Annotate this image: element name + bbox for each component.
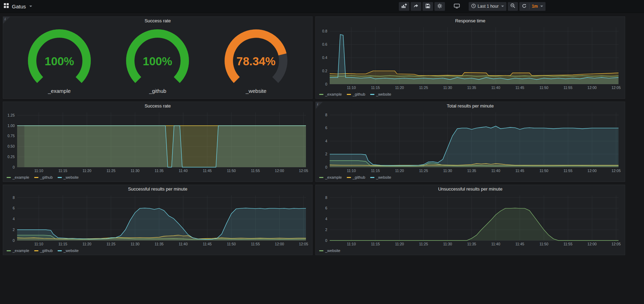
dashboard-title[interactable]: Gatus [12,3,26,9]
refresh-picker[interactable]: 1m [519,2,546,11]
panel-title[interactable]: Success rate [3,102,312,110]
legend-label: _website [64,249,79,253]
legend-item-_website[interactable]: _website [319,249,340,253]
panel-title[interactable]: Total results per minute [316,102,625,110]
share-icon [413,3,419,10]
x-tick-label: 11:40 [179,242,188,246]
x-tick-label: 11:50 [227,242,236,246]
legend-item-_example[interactable]: _example [319,175,342,179]
info-glyph: i [5,17,6,21]
legend-item-_github[interactable]: _github [34,175,53,179]
y-tick-label: 8 [13,195,15,200]
legend-marker [58,250,62,251]
success-rate-chart[interactable]: 00.250.500.751.001.2511:1011:1511:2011:2… [5,110,311,174]
x-tick-label: 11:20 [82,242,92,246]
zoom-out-button[interactable] [508,2,518,11]
chart-canvas[interactable]: 0246811:1011:1511:2011:2511:3011:3511:40… [5,193,311,247]
legend-marker [319,177,323,178]
x-tick-label: 11:25 [419,169,428,173]
x-tick-label: 11:45 [515,242,525,246]
y-tick-label: 0.6 [322,42,327,46]
legend-label: _github [40,175,53,179]
time-range-picker[interactable]: Last 1 hour [469,2,506,11]
unsuccessful-results-chart[interactable]: 0246811:1011:1511:2011:2511:3011:3511:40… [317,193,623,247]
series-fill-_website [330,208,619,240]
response-time-chart[interactable]: 00.20.40.60.811:1011:1511:2011:2511:3011… [317,24,623,91]
gauge-label: _example [12,88,107,94]
save-button[interactable] [423,2,433,11]
gauge-value: 100% [143,55,172,68]
legend-item-_github[interactable]: _github [347,92,365,96]
y-tick-label: 0 [13,238,15,243]
panel-info-icon[interactable]: i [3,17,10,24]
save-icon [425,3,431,10]
panel-info-icon[interactable]: i [316,102,323,109]
clock-icon [471,3,476,9]
legend-item-_website[interactable]: _website [58,249,79,253]
settings-gear-icon [437,3,442,10]
x-tick-label: 11:25 [107,242,116,246]
legend-label: _example [325,175,342,179]
x-tick-label: 11:20 [395,169,404,173]
chart-legend: _example_github_website [316,174,625,181]
gauge-label: _github [110,88,205,94]
x-tick-label: 11:50 [540,242,549,246]
legend-marker [34,177,38,178]
total-results-chart[interactable]: 0246811:1011:1511:2011:2511:3011:3511:40… [317,110,623,174]
x-tick-label: 11:10 [347,86,356,90]
dashboards-grid-icon[interactable] [3,3,9,10]
chevron-down-icon [501,6,504,7]
panel-title[interactable]: Response time [316,17,625,24]
legend-item-_github[interactable]: _github [34,249,53,253]
legend-item-_example[interactable]: _example [319,92,342,96]
panel-title[interactable]: Successful results per minute [3,185,312,193]
chart-canvas[interactable]: 0246811:1011:1511:2011:2511:3011:3511:40… [317,193,623,247]
refresh-interval-label: 1m [532,4,538,9]
y-tick-label: 0 [325,165,327,169]
legend-marker [319,94,323,95]
panel-title[interactable]: Success rate [3,17,312,24]
chevron-down-icon [540,6,543,7]
x-tick-label: 11:40 [491,242,500,246]
y-tick-label: 6 [325,206,327,210]
refresh-icon [522,3,527,9]
successful-results-chart[interactable]: 0246811:1011:1511:2011:2511:3011:3511:40… [5,193,311,247]
legend-item-_website[interactable]: _website [58,175,79,179]
x-tick-label: 11:15 [58,242,67,246]
y-tick-label: 8 [325,195,327,200]
legend-item-_example[interactable]: _example [7,249,29,253]
legend-item-_github[interactable]: _github [347,175,365,179]
gauge-value: 100% [45,55,74,68]
x-tick-label: 11:55 [564,242,573,246]
chart-canvas[interactable]: 0246811:1011:1511:2011:2511:3011:3511:40… [317,110,623,174]
x-tick-label: 11:40 [179,169,188,173]
y-tick-label: 1.25 [8,113,15,117]
navbar-right: Last 1 hour 1m [399,2,644,11]
chart-canvas[interactable]: 00.250.500.751.001.2511:1011:1511:2011:2… [5,110,311,174]
settings-button[interactable] [434,2,445,11]
y-tick-label: 0 [13,165,15,169]
y-tick-label: 0.75 [8,134,15,138]
zoom-out-icon [510,3,515,9]
panel-response-time: Response time 00.20.40.60.811:1011:1511:… [315,16,625,99]
x-tick-label: 11:25 [107,169,116,173]
x-tick-label: 11:20 [395,242,404,246]
legend-label: _github [353,175,365,179]
share-button[interactable] [411,2,421,11]
x-tick-label: 11:55 [564,86,573,90]
chart-canvas[interactable]: 00.20.40.60.811:1011:1511:2011:2511:3011… [317,24,623,91]
x-tick-label: 12:00 [275,242,284,246]
panel-title[interactable]: Unsuccessful results per minute [316,185,625,193]
legend-item-_example[interactable]: _example [7,175,29,179]
x-tick-label: 11:30 [443,242,452,246]
add-panel-button[interactable] [399,2,409,11]
legend-label: _github [40,249,53,253]
cycle-view-tv-icon [454,3,460,10]
gauge-row: 100% _example 100% _github 78.34% _websi… [3,24,312,98]
legend-item-_website[interactable]: _website [370,175,391,179]
legend-marker [347,177,351,178]
legend-item-_website[interactable]: _website [370,92,391,96]
cycle-view-button[interactable] [451,2,462,11]
y-tick-label: 6 [13,206,15,210]
legend-marker [58,177,62,178]
